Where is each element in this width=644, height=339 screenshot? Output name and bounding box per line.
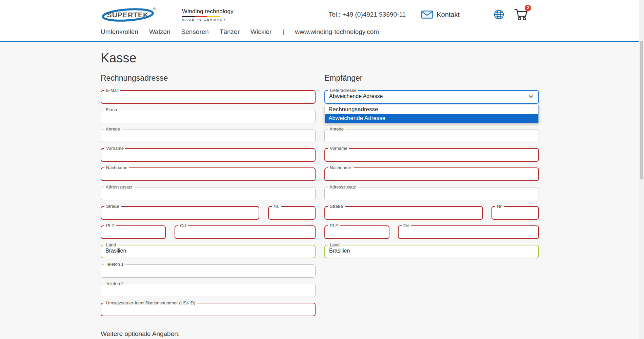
flag-red-stripe <box>195 16 207 17</box>
field-label: Nr. <box>495 204 504 209</box>
language-selector[interactable] <box>494 9 504 20</box>
field-row: Nachname: <box>324 165 539 185</box>
field-label: Nr. <box>272 204 281 209</box>
land-lief-input[interactable] <box>325 247 538 257</box>
nr-lief-input[interactable] <box>492 209 538 218</box>
field-label: Land <box>104 243 118 247</box>
field-row: Land <box>324 243 539 262</box>
lieferadresse-select[interactable]: Lieferadresse Abweichende Adresse <box>324 88 539 104</box>
strasse-lief-input[interactable] <box>325 209 482 218</box>
brand-registered-mark: ® <box>153 7 156 11</box>
field-anrede: Anrede <box>101 127 316 142</box>
field-label: Straße <box>104 204 121 209</box>
field-anrede-lief: Anrede <box>324 127 539 142</box>
field-label: Land <box>328 243 341 247</box>
field-vorname: Vorname <box>101 146 316 162</box>
field-row: Land <box>101 243 316 262</box>
globe-icon <box>494 9 504 20</box>
field-row: Telefon 1 <box>101 262 316 281</box>
nav-taenzer[interactable]: Tänzer <box>220 28 240 36</box>
field-label: Nachname: <box>328 165 354 170</box>
field-label: Ort <box>402 223 411 228</box>
adresszusatz-lief-input[interactable] <box>325 190 539 199</box>
recipient-fields: AnredeVornameNachname:AdresszusatzStraße… <box>324 127 539 262</box>
plz-input[interactable] <box>101 228 165 237</box>
land-input[interactable] <box>101 247 315 257</box>
plz-lief-input[interactable] <box>325 228 389 237</box>
telefon2-input[interactable] <box>101 286 315 295</box>
field-nachname: Nachname <box>101 165 316 181</box>
field-vorname-lief: Vorname <box>324 146 539 162</box>
field-label: Firma <box>104 107 119 112</box>
ort-input[interactable] <box>175 228 315 237</box>
vorname-lief-input[interactable] <box>325 151 538 160</box>
nav-walzen[interactable]: Walzen <box>149 28 170 36</box>
field-row: StraßeNr. <box>101 204 316 223</box>
field-land: Land <box>101 243 316 258</box>
field-nachname-lief: Nachname: <box>324 165 539 181</box>
field-ort-lief: Ort <box>398 223 539 239</box>
field-label: PLZ <box>104 223 116 228</box>
field-label: Anrede <box>328 127 345 132</box>
field-label: Vorname <box>328 146 349 151</box>
scrollbar[interactable] <box>639 0 644 339</box>
anrede-input[interactable] <box>101 132 315 141</box>
field-label: Ort <box>178 223 188 228</box>
optional-note: Weitere optionale Angaben: <box>101 330 316 338</box>
field-label: Umsatzsteuer-Identifikationsnummer (USt-… <box>104 301 197 305</box>
lieferadresse-label: Lieferadresse <box>328 88 358 93</box>
field-strasse: Straße <box>101 204 259 220</box>
adresszusatz-input[interactable] <box>101 190 315 199</box>
nachname-lief-input[interactable] <box>325 170 538 179</box>
dropdown-option-rechnungsadresse[interactable]: Rechnungsadresse <box>325 105 538 114</box>
field-telefon2: Telefon 2 <box>101 281 316 297</box>
vorname-input[interactable] <box>101 151 315 160</box>
field-row: Anrede <box>324 127 539 146</box>
anrede-lief-input[interactable] <box>325 132 539 141</box>
nav-sensoren[interactable]: Sensoren <box>181 28 209 36</box>
field-plz: PLZ <box>101 223 166 239</box>
field-telefon1: Telefon 1 <box>101 262 316 278</box>
winding-technology-logo: Winding technology MADE IN GERMANY <box>182 8 234 21</box>
supertek-logo-graphic: SUPERTEK ® <box>101 6 158 23</box>
field-ustid: Umsatzsteuer-Identifikationsnummer (USt-… <box>101 301 316 316</box>
field-row: Umsatzsteuer-Identifikationsnummer (USt-… <box>101 301 316 320</box>
field-ort: Ort <box>175 223 316 239</box>
field-label: Nachname <box>104 165 129 170</box>
billing-section: Rechnungsadresse E-MailFirmaAnredeVornam… <box>101 74 316 339</box>
field-row: Adresszusatz <box>324 185 539 204</box>
field-label: Anrede <box>104 127 122 132</box>
field-row: PLZOrt <box>324 223 539 243</box>
firma-input[interactable] <box>101 112 315 121</box>
supertek-logo[interactable]: SUPERTEK ® <box>101 6 158 23</box>
email-input[interactable] <box>101 93 315 102</box>
field-label: Telefon 2 <box>104 281 125 286</box>
field-row: Firma <box>101 107 316 127</box>
dropdown-option-abweichende-adresse[interactable]: Abweichende Adresse <box>325 114 538 123</box>
contact-link[interactable]: Kontakt <box>421 11 460 19</box>
field-label: Straße <box>328 204 345 209</box>
chevron-down-icon <box>528 95 534 98</box>
flag-black-stripe <box>182 16 195 17</box>
site-header: SUPERTEK ® Winding technology MADE IN GE… <box>0 0 644 42</box>
telefon1-input[interactable] <box>101 267 315 276</box>
ustid-input[interactable] <box>101 305 315 315</box>
billing-heading: Rechnungsadresse <box>101 74 316 83</box>
nachname-input[interactable] <box>101 170 315 179</box>
nav-website[interactable]: www.winding-technology.com <box>295 28 379 36</box>
field-row: Vorname <box>324 146 539 165</box>
nav-wickler[interactable]: Wickler <box>250 28 271 36</box>
brand-text: SUPERTEK <box>107 11 148 19</box>
nav-umlenkrollen[interactable]: Umlenkrollen <box>101 28 138 36</box>
cart-button[interactable]: 2 <box>514 8 529 21</box>
field-label: Adresszusatz <box>104 185 134 190</box>
strasse-input[interactable] <box>101 209 259 218</box>
recipient-section: Empfänger Lieferadresse Abweichende Adre… <box>324 74 539 339</box>
nr-input[interactable] <box>269 209 315 218</box>
flag-gold-stripe <box>207 16 220 17</box>
field-email: E-Mail <box>101 88 316 104</box>
scrollbar-thumb[interactable] <box>640 41 643 180</box>
field-label: E-Mail <box>104 88 120 93</box>
page-title: Kasse <box>101 51 644 65</box>
ort-lief-input[interactable] <box>399 228 538 237</box>
